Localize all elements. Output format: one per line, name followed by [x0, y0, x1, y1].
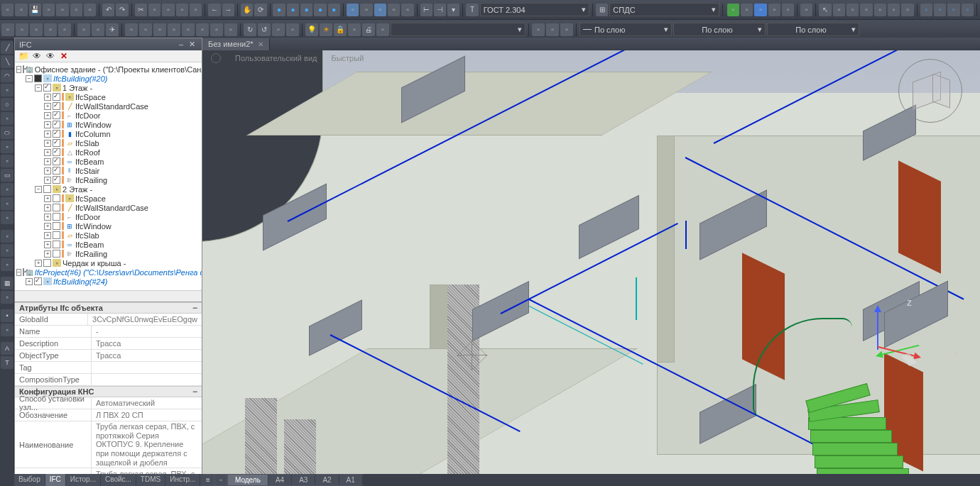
undo-icon[interactable]: ↶ — [102, 4, 114, 16]
expand-icon[interactable]: + — [35, 260, 42, 267]
expand-icon[interactable]: − — [16, 269, 21, 276]
tool-icon[interactable]: ▫ — [962, 4, 974, 16]
pan-icon[interactable]: ✋ — [241, 4, 253, 16]
mode-icon[interactable]: ▫ — [401, 4, 413, 16]
collapse-icon[interactable]: − — [192, 387, 197, 397]
view-icon[interactable]: ● — [328, 4, 340, 16]
app-icon[interactable]: ▫ — [782, 4, 794, 16]
tab-tdms[interactable]: TDMS — [136, 474, 165, 486]
tool-icon[interactable]: ▫ — [901, 4, 913, 16]
polyline-icon[interactable]: ╲ — [1, 55, 13, 68]
tool-icon[interactable]: ▫ — [1, 258, 13, 271]
orbit-icon[interactable]: ⟳ — [254, 4, 266, 16]
text-icon[interactable]: A — [1, 342, 13, 355]
tool-icon[interactable]: ▫ — [92, 23, 104, 36]
tool-icon[interactable]: ▫ — [1, 211, 13, 224]
tool-icon[interactable]: ▫ — [58, 23, 71, 36]
tool-icon[interactable]: ▫ — [190, 4, 202, 16]
lock-icon[interactable]: 🔒 — [334, 23, 347, 36]
tool-icon[interactable]: ▫ — [348, 23, 361, 36]
mode-icon[interactable]: ▫ — [347, 4, 359, 16]
checkbox[interactable] — [53, 167, 60, 175]
expand-icon[interactable]: + — [44, 140, 51, 147]
layer-dropdown[interactable]: ▾ — [391, 23, 526, 36]
redo-icon[interactable]: ↷ — [116, 4, 128, 16]
tool-icon[interactable]: ▫ — [84, 4, 96, 16]
checkbox[interactable] — [53, 222, 60, 230]
expand-icon[interactable]: − — [35, 84, 42, 92]
expand-icon[interactable]: − — [26, 75, 33, 82]
tool-icon[interactable]: ✈ — [106, 23, 119, 36]
tab-tools[interactable]: Инстр... — [165, 474, 200, 486]
tool-icon[interactable]: ▫ — [1, 324, 13, 336]
view-cube[interactable] — [905, 66, 955, 116]
layout-icon[interactable]: ≡ — [202, 475, 214, 485]
tool-icon[interactable]: ▫ — [1, 244, 13, 257]
expand-icon[interactable]: + — [44, 250, 51, 258]
expand-icon[interactable]: + — [44, 158, 51, 165]
line-style-dropdown[interactable]: По слою▾ — [767, 23, 859, 36]
rect-icon[interactable]: ▭ — [1, 169, 13, 182]
3d-viewport[interactable]: Z Y X — [202, 50, 980, 474]
hatch-icon[interactable]: ▦ — [1, 277, 13, 289]
tool-icon[interactable]: ▫ — [1, 84, 13, 96]
expand-icon[interactable]: − — [35, 186, 42, 193]
checkbox[interactable] — [34, 277, 42, 285]
delete-icon[interactable]: ✕ — [58, 50, 70, 62]
checkbox[interactable] — [43, 259, 51, 267]
eye-icon[interactable]: 👁 — [31, 50, 43, 62]
tool-icon[interactable]: ▫ — [16, 23, 28, 36]
tab-a2[interactable]: A2 — [315, 475, 339, 485]
tool-icon[interactable]: ▫ — [176, 4, 188, 16]
tool-icon[interactable]: ▫ — [920, 4, 932, 16]
checkbox[interactable] — [53, 102, 60, 110]
layout-icon[interactable]: ▫ — [215, 475, 227, 485]
checkbox[interactable] — [53, 93, 60, 101]
tool-icon[interactable]: ▫ — [833, 4, 845, 16]
checkbox[interactable] — [53, 176, 60, 184]
point-icon[interactable]: • — [1, 309, 13, 322]
sun-icon[interactable]: ☀ — [320, 23, 332, 36]
bulb-icon[interactable]: 💡 — [305, 23, 318, 36]
paste-icon[interactable]: ▫ — [162, 4, 174, 16]
tool-icon[interactable]: ▫ — [800, 4, 812, 16]
tool-icon[interactable]: ▫ — [1, 155, 13, 167]
tool-icon[interactable]: ▫ — [125, 23, 138, 36]
view-icon[interactable]: ● — [287, 4, 299, 16]
line-icon[interactable]: ╱ — [1, 41, 13, 54]
view-icon[interactable]: ● — [314, 4, 326, 16]
expand-icon[interactable]: + — [44, 195, 51, 202]
tool-icon[interactable]: ▫ — [286, 23, 299, 36]
tool-icon[interactable]: ▫ — [860, 4, 872, 16]
tab-a4[interactable]: A4 — [268, 475, 292, 485]
chevron-down-icon[interactable]: ▾ — [447, 4, 459, 16]
checkbox[interactable] — [53, 250, 60, 258]
checkbox[interactable] — [43, 84, 51, 92]
visual-style[interactable]: Быстрый — [328, 53, 366, 63]
tab-select[interactable]: Выбор — [14, 474, 45, 486]
tool-icon[interactable]: ▫ — [44, 23, 57, 36]
tool-icon[interactable]: ▫ — [139, 23, 152, 36]
expand-icon[interactable]: + — [44, 121, 51, 128]
view-marker-icon[interactable] — [211, 53, 221, 63]
mode-icon[interactable]: ▫ — [374, 4, 386, 16]
expand-icon[interactable]: + — [44, 241, 51, 248]
tool-icon[interactable]: ▫ — [56, 4, 68, 16]
app-icon[interactable]: ▫ — [727, 4, 739, 16]
mode-icon[interactable]: ▫ — [360, 4, 372, 16]
ifc-tree[interactable]: −🏢Офисное здание - ("D:\Проекты клиентов… — [15, 62, 202, 302]
open-icon[interactable]: ▫ — [15, 4, 27, 16]
spds-icon[interactable]: ⊞ — [596, 4, 608, 16]
eye-icon[interactable]: 👁 — [45, 50, 56, 62]
tool-icon[interactable]: ▫ — [874, 4, 886, 16]
checkbox[interactable] — [53, 130, 60, 138]
tool-icon[interactable]: ▫ — [153, 23, 166, 36]
circle-icon[interactable]: ○ — [1, 98, 13, 111]
tool-icon[interactable]: ↖ — [819, 4, 831, 16]
arrow-right-icon[interactable]: → — [222, 4, 234, 16]
document-tab[interactable]: Без имени2* ✕ — [202, 38, 270, 50]
tool-icon[interactable]: ▫ — [196, 23, 209, 36]
app-icon[interactable]: ▫ — [754, 4, 766, 16]
text-icon[interactable]: T — [1, 356, 13, 369]
expand-icon[interactable]: + — [44, 177, 51, 184]
